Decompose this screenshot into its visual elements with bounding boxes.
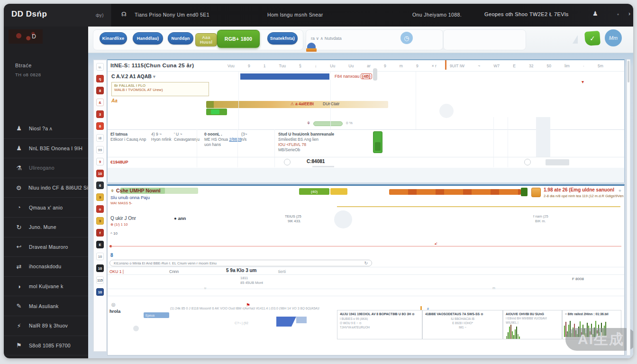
search-input-text: KiĽonsno o Minla El And BBE-Run I. EL Cn… — [114, 261, 364, 265]
table-col-4: 0 ooonL . ME HS Onua 2/8828 uon hans — [204, 132, 241, 147]
chevron-right-icon[interactable]: › — [628, 10, 630, 17]
gridline — [108, 267, 624, 267]
rail-badge[interactable]: 10 — [96, 253, 104, 260]
sidebar-menu-item[interactable]: ✎ Mai Asuliank — [4, 296, 88, 316]
refresh-icon[interactable]: ↻ — [364, 261, 368, 265]
capacity-bar-green[interactable] — [373, 131, 382, 153]
rail-badge[interactable]: 8 — [96, 87, 104, 94]
nav-menu-left[interactable]: Tians Priso Nony Um end0 5E1 — [135, 12, 209, 18]
gridline — [108, 289, 624, 289]
vertical-scrollbar[interactable] — [627, 59, 630, 355]
sidebar-item-icon: ↻ — [15, 224, 23, 231]
axis-mark: u — [204, 286, 206, 290]
caret-row-label: ^ 10 — [110, 231, 118, 236]
toolbar-button-6[interactable]: Snatekfnta) — [267, 32, 298, 45]
toolbar-button-2[interactable]: Handdlau) — [133, 32, 163, 45]
rail-badge[interactable]: 6 — [96, 122, 104, 130]
r3-label-f: 85 45UB Mont — [240, 281, 263, 285]
timeline-ruler: Vuu91Tuu§↓UuUuar9m9× r9UIT IW~W7E3250lim… — [228, 63, 603, 69]
scrollbar-thumb[interactable] — [373, 68, 377, 81]
sidebar-menu-item[interactable]: ♟ NnL B3E Ononea I 9IH — [4, 138, 88, 158]
rail-badge[interactable]: 3 — [96, 110, 104, 118]
nav-menu-right-2[interactable]: Geopes oth Shoo TW2E2 Ł 7EVls — [484, 11, 569, 17]
rail-badge[interactable]: 6 — [96, 182, 104, 189]
gantt-bar-blue-small[interactable]: Epeua — [144, 312, 169, 318]
r3-label-c: 5 9a Klo 3 um — [226, 268, 256, 273]
sidebar-item-icon: ♟ — [15, 145, 23, 152]
rail-badge[interactable]: 9 — [96, 158, 104, 165]
report-card-1: 4UJU 1941 19EOIOL AV 8 BOPACT8IB U 8O 3H… — [337, 310, 422, 339]
rail-badge[interactable]: 10 — [96, 288, 104, 296]
sidebar-logo-badge[interactable]: D — [9, 29, 43, 44]
gantt-pill-green[interactable] — [313, 121, 343, 126]
app-window: DD Dsńp фу) ☊ Tians Priso Nony Um end0 5… — [4, 4, 633, 358]
nav-menu-right-1[interactable]: Onu Jheiyamo 1088. — [412, 12, 462, 18]
histogram-bar — [519, 337, 520, 339]
histogram-bar — [515, 329, 516, 339]
clock-icon[interactable]: ◷ — [400, 32, 413, 44]
row2-right-2b: BIK m. — [535, 219, 546, 223]
row2-label[interactable]: Q ukir J Onr — [110, 216, 136, 221]
sidebar-item-label: mol Kuljvane k — [29, 283, 63, 289]
sidebar-menu-item[interactable]: ↩ Draveal Mauroro — [4, 237, 88, 257]
main-area: Kinardlixe Handdlau) Nurddạn Aaa Huusl R… — [88, 27, 633, 358]
gantt-bar-green[interactable] — [206, 109, 227, 115]
gantt-note: (1) 24k 85 0 J 8118 Mooonl! 6 AK VOO Oud… — [170, 307, 436, 310]
toolbar-button-3[interactable]: Nurddạn — [168, 32, 193, 45]
gantt-bar-long-orange[interactable] — [389, 189, 521, 195]
toolbar-button-primary[interactable]: RGB+ 1800 — [217, 30, 260, 48]
sidebar-menu-item[interactable]: ♟ Niosl ?a ʌ — [4, 118, 88, 138]
sidebar-menu-item[interactable]: ⇄ ihocnaskdodu — [4, 256, 88, 276]
rail-badge[interactable]: 9 — [96, 193, 104, 201]
triangle-icon — [573, 35, 578, 44]
grid-icon[interactable]: ☊ — [121, 11, 127, 18]
sidebar-menu-item[interactable]: ⚡ NalR 89 ķ 3huov — [4, 316, 88, 336]
rail-badge[interactable]: E — [96, 241, 104, 248]
rail-badge[interactable]: o — [96, 205, 104, 213]
scrollbar-thumb[interactable] — [628, 61, 629, 82]
rail-badge[interactable]: f — [96, 229, 104, 237]
rail-badge[interactable]: 10 — [96, 170, 104, 177]
rail-badge[interactable]: 10 — [96, 264, 104, 272]
progress-sliver — [312, 166, 334, 167]
toolbar-button-1[interactable]: Kinardlixe — [100, 32, 127, 45]
rail-badge[interactable]: 9 — [96, 217, 104, 225]
timeline-tick: 9 — [416, 64, 419, 68]
rail-badge[interactable]: ŋ — [96, 75, 104, 82]
sidebar-menu-item[interactable]: ⚗ Ulireogano — [4, 158, 88, 178]
placeholder-dot — [133, 326, 139, 331]
check-badge-icon[interactable]: ✓ — [584, 31, 601, 46]
gantt-bar-green-40[interactable]: (40) — [299, 188, 329, 195]
rail-badge[interactable]: & — [96, 99, 104, 106]
sidebar-menu-item[interactable]: ◑ mol Kuljvane k — [4, 276, 88, 296]
rail-badge[interactable]: 115 — [96, 276, 104, 284]
sidebar-menu-item[interactable]: ↻ Juno. Mune — [4, 217, 88, 237]
toolbar-button-4[interactable]: Aaa Huusl — [195, 33, 217, 46]
timeline-tick: × r — [432, 64, 437, 68]
avatar[interactable]: Mm — [605, 29, 622, 46]
sidebar-menu-item[interactable]: ⚑ S8o8 1085 F9700 — [4, 336, 88, 355]
table-cell-link[interactable]: 2/8828 — [229, 137, 241, 142]
alert-badge[interactable]: F84 nanxoau (4B) — [335, 74, 372, 79]
rail-badge[interactable]: 99 — [96, 146, 104, 154]
sidebar-menu-item[interactable]: ➤ Hrandtvaeindi.a 9098 — [4, 355, 88, 358]
gantt-bar-blue[interactable] — [240, 73, 329, 80]
status-dot-icon[interactable]: ◦ — [617, 11, 619, 18]
table-row[interactable]: €1948UP C:84081 — [108, 157, 624, 168]
sidebar-menu-item[interactable]: ◔ Qmaua x' anio — [4, 197, 88, 217]
gantt-bar-yellow[interactable] — [330, 188, 347, 195]
plus-icon[interactable]: + — [619, 188, 621, 193]
panel2-subtitle: Slu unub onna Paju — [110, 195, 150, 200]
nav-menu-center[interactable]: Hom lsngu msnh Snear — [267, 12, 323, 18]
search-input[interactable]: KiĽonsno o Minla El And BBE-Run I. EL Cn… — [109, 260, 372, 266]
user-icon[interactable]: ♟ — [592, 10, 598, 17]
info-box: Br FALLASL I FLO WALB I TVOMSOL AT Urew) — [111, 82, 209, 96]
app-logo[interactable]: DD Dsńp — [11, 9, 47, 19]
resource-row-label[interactable]: C A.V.2 A1 AQAB ▾ — [111, 73, 155, 79]
rail-badge[interactable]: u. — [96, 63, 104, 71]
sidebar-menu-item[interactable]: ⚙ Nluu indo CF & 8il6Ul2 Si — [4, 178, 88, 198]
timeline-tick: E — [513, 64, 516, 68]
gantt-bar-blue-large[interactable] — [276, 317, 296, 327]
rail-badge[interactable]: i8 — [96, 134, 104, 142]
globe-icon[interactable]: ◎ — [111, 302, 116, 307]
